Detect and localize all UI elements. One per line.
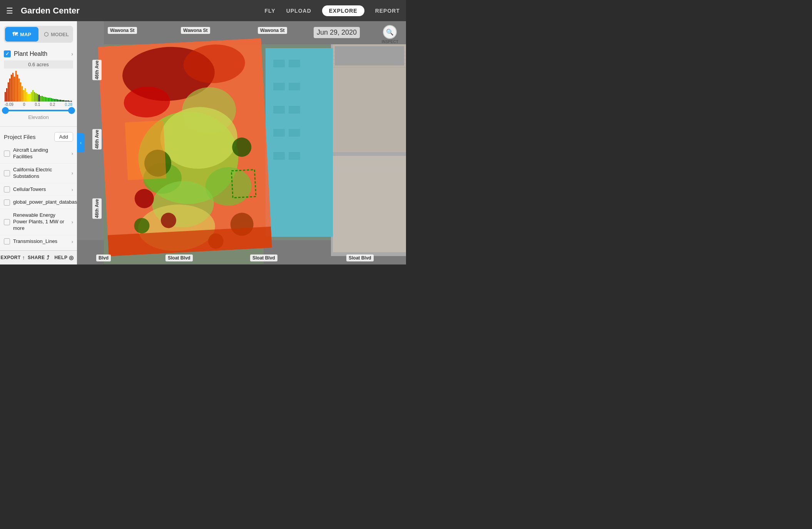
range-thumb-right[interactable]: [68, 107, 75, 114]
help-icon: ◎: [69, 254, 74, 261]
svg-rect-11: [22, 86, 23, 102]
svg-rect-42: [69, 101, 70, 102]
svg-rect-10: [20, 82, 21, 102]
svg-rect-40: [66, 100, 67, 102]
street-sloat-2: Sloat Blvd: [165, 254, 193, 261]
svg-rect-13: [25, 88, 26, 102]
file-checkbox[interactable]: [4, 151, 10, 157]
acres-label: 0.6 acres: [4, 60, 73, 69]
svg-rect-61: [289, 129, 300, 137]
svg-rect-31: [52, 99, 53, 102]
aerial-map: ‹ Jun 29, 2020 🔍 INSPECT Wawona St Wawon…: [77, 21, 406, 264]
svg-rect-54: [273, 60, 285, 67]
svg-rect-24: [42, 96, 43, 102]
file-checkbox[interactable]: [4, 199, 10, 206]
file-chevron[interactable]: ›: [72, 239, 73, 244]
svg-rect-57: [289, 83, 300, 90]
file-chevron[interactable]: ›: [72, 151, 73, 156]
svg-rect-8: [17, 75, 18, 102]
svg-rect-58: [273, 106, 285, 114]
svg-rect-26: [45, 97, 46, 102]
inspect-button[interactable]: 🔍 INSPECT: [382, 25, 398, 44]
file-item[interactable]: CellularTowers ›: [0, 183, 77, 196]
plant-health-chevron[interactable]: ›: [71, 51, 73, 57]
svg-rect-21: [37, 94, 38, 102]
file-name: California Electric Substations: [13, 167, 69, 180]
menu-icon[interactable]: ☰: [6, 6, 13, 15]
svg-rect-37: [62, 100, 63, 102]
file-checkbox[interactable]: [4, 219, 10, 225]
svg-rect-9: [18, 79, 20, 102]
svg-rect-17: [31, 92, 32, 102]
file-name: Transmission_Lines: [13, 238, 69, 245]
range-slider[interactable]: [4, 110, 73, 111]
map-toggle-btn[interactable]: 🗺 MAP: [5, 27, 38, 42]
inspect-icon: 🔍: [383, 25, 397, 39]
map-area[interactable]: ‹ Jun 29, 2020 🔍 INSPECT Wawona St Wawon…: [77, 21, 406, 264]
svg-rect-38: [63, 100, 64, 102]
svg-rect-94: [125, 121, 166, 180]
file-item[interactable]: California Electric Substations ›: [0, 164, 77, 183]
elevation-label: Elevation: [4, 114, 73, 120]
nav-explore[interactable]: EXPLORE: [322, 5, 364, 16]
svg-rect-2: [8, 82, 9, 102]
share-button[interactable]: SHARE ⤴: [26, 254, 52, 261]
plant-health-checkbox[interactable]: [4, 50, 11, 57]
street-wawona-2: Wawona St: [181, 27, 210, 34]
svg-rect-63: [289, 152, 300, 160]
cube-icon: ⬡: [44, 31, 48, 37]
svg-rect-30: [51, 98, 52, 102]
file-chevron[interactable]: ›: [72, 170, 73, 176]
file-checkbox[interactable]: [4, 186, 10, 193]
model-toggle-btn[interactable]: ⬡ MODEL: [40, 26, 73, 43]
nav-upload[interactable]: UPLOAD: [286, 8, 311, 14]
export-button[interactable]: EXPORT ↑: [0, 254, 26, 261]
svg-rect-29: [49, 98, 50, 102]
svg-rect-41: [68, 100, 69, 102]
nav-fly[interactable]: FLY: [264, 8, 275, 14]
file-item[interactable]: Renewable Energy Power Plants, 1 MW or m…: [0, 209, 77, 235]
svg-rect-1: [6, 88, 7, 102]
nav-links: FLY UPLOAD EXPLORE REPORT: [264, 5, 400, 16]
svg-rect-7: [15, 71, 17, 102]
svg-rect-0: [5, 92, 6, 102]
file-chevron[interactable]: ›: [72, 187, 73, 193]
add-button[interactable]: Add: [54, 132, 73, 142]
share-icon: ⤴: [47, 254, 50, 261]
range-thumb-left[interactable]: [2, 107, 9, 114]
export-icon: ↑: [22, 254, 25, 261]
divider: [0, 126, 77, 127]
svg-rect-27: [46, 97, 47, 102]
file-item[interactable]: Transmission_Lines ›: [0, 235, 77, 248]
file-name: Aircraft Landing Facilities: [13, 147, 69, 160]
street-wawona-3: Wawona St: [258, 27, 287, 34]
plant-health-header: Plant Health ›: [4, 50, 73, 57]
file-checkbox[interactable]: [4, 238, 10, 244]
svg-rect-53: [266, 48, 333, 237]
street-46th-1: 46th Ave: [92, 60, 102, 80]
svg-rect-6: [14, 77, 15, 102]
svg-rect-23: [40, 96, 41, 102]
street-46th-3: 46th Ave: [92, 198, 102, 219]
help-button[interactable]: HELP ◎: [51, 254, 77, 261]
svg-rect-12: [23, 90, 24, 102]
map-icon: 🗺: [12, 31, 18, 37]
svg-rect-43: [71, 101, 72, 102]
date-label: Jun 29, 2020: [314, 27, 360, 38]
svg-rect-22: [38, 95, 40, 102]
file-checkbox[interactable]: [4, 170, 10, 176]
street-wawona-1: Wawona St: [108, 27, 137, 34]
svg-rect-20: [35, 93, 37, 102]
file-item[interactable]: global_power_plant_database ›: [0, 196, 77, 209]
collapse-sidebar-btn[interactable]: ‹: [77, 133, 85, 152]
nav-report[interactable]: REPORT: [375, 8, 400, 14]
sidebar-bottom: EXPORT ↑ SHARE ⤴ HELP ◎: [0, 250, 77, 264]
svg-rect-35: [58, 100, 60, 102]
svg-rect-16: [29, 94, 30, 102]
project-files-header: Project Files Add: [0, 128, 77, 144]
svg-rect-15: [28, 94, 29, 102]
file-item[interactable]: Aircraft Landing Facilities ›: [0, 144, 77, 164]
histogram-labels: -0.09 0 0.1 0.2 0.28: [4, 102, 73, 107]
topnav: ☰ Garden Center FLY UPLOAD EXPLORE REPOR…: [0, 0, 406, 21]
file-chevron[interactable]: ›: [72, 219, 73, 225]
